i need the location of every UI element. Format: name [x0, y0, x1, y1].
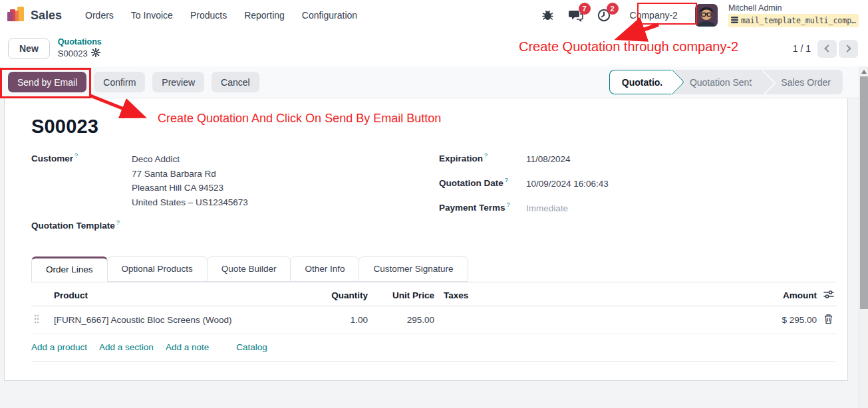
help-icon: ? — [74, 152, 78, 159]
quotation-number-title: S00023 — [31, 116, 835, 138]
cancel-button[interactable]: Cancel — [212, 72, 259, 92]
quotation-sheet: S00023 Customer? Deco Addict 77 Santa Ba… — [4, 98, 848, 381]
company-switcher[interactable]: Company-2 — [623, 7, 684, 23]
help-icon: ? — [507, 201, 510, 208]
pager: 1 / 1 — [793, 40, 858, 58]
add-a-section-link[interactable]: Add a section — [99, 342, 154, 352]
help-icon: ? — [116, 219, 120, 226]
gear-icon[interactable] — [91, 48, 100, 60]
notebook-tabs: Order Lines Optional Products Quote Buil… — [31, 256, 835, 282]
breadcrumb-current: S00023 — [58, 49, 88, 59]
tab-quote-builder[interactable]: Quote Builder — [207, 256, 291, 282]
column-unit-price[interactable]: Unit Price — [370, 284, 437, 306]
expiration-field: Expiration? 11/08/2024 — [439, 152, 835, 167]
tab-order-lines[interactable]: Order Lines — [31, 256, 108, 282]
menu-orders[interactable]: Orders — [76, 0, 122, 31]
vertical-scrollbar[interactable] — [859, 66, 868, 408]
pager-next-button[interactable] — [839, 40, 858, 58]
cell-quantity[interactable]: 1.00 — [311, 306, 370, 334]
customer-value[interactable]: Deco Addict 77 Santa Barbara Rd Pleasant… — [132, 152, 248, 209]
order-line-row[interactable]: [FURN_6667] Acoustic Bloc Screens (Wood)… — [31, 306, 837, 334]
tab-optional-products[interactable]: Optional Products — [107, 256, 208, 282]
new-button[interactable]: New — [8, 38, 50, 59]
send-by-email-button[interactable]: Send by Email — [8, 72, 86, 92]
expiration-value[interactable]: 11/08/2024 — [526, 152, 571, 167]
confirm-button[interactable]: Confirm — [94, 72, 145, 92]
add-a-note-link[interactable]: Add a note — [166, 342, 209, 352]
pager-count: 1 / 1 — [793, 43, 811, 54]
cell-amount[interactable]: $ 295.00 — [537, 306, 819, 334]
control-panel: Send by Email Confirm Preview Cancel Quo… — [0, 66, 868, 98]
database-name: mail_template_multi_comp… — [741, 17, 856, 25]
database-icon — [731, 15, 738, 27]
help-icon: ? — [484, 152, 488, 159]
user-avatar[interactable] — [695, 4, 718, 27]
customer-field: Customer? Deco Addict 77 Santa Barbara R… — [31, 152, 439, 209]
form-view: S00023 Customer? Deco Addict 77 Santa Ba… — [0, 98, 859, 408]
activities-clock-icon[interactable]: 2 — [595, 7, 613, 24]
status-step-quotation-sent[interactable]: Quotation Sent — [672, 70, 764, 94]
app-switcher[interactable]: Sales — [7, 5, 62, 25]
column-amount[interactable]: Amount — [537, 284, 819, 306]
scrollbar-up-arrow[interactable] — [861, 70, 867, 74]
cell-unit-price[interactable]: 295.00 — [370, 306, 437, 334]
quotation-template-label: Quotation Template? — [31, 219, 132, 231]
catalog-link[interactable]: Catalog — [236, 342, 267, 352]
customer-label: Customer? — [31, 152, 132, 209]
expiration-label: Expiration? — [439, 152, 526, 167]
database-indicator: mail_template_multi_comp… — [728, 14, 859, 27]
customer-name[interactable]: Deco Addict — [132, 152, 248, 167]
chevron-left-icon — [824, 45, 831, 52]
top-navbar: Sales Orders To Invoice Products Reporti… — [0, 0, 868, 31]
customer-country: United States – US12345673 — [132, 195, 248, 210]
pager-previous-button[interactable] — [817, 40, 837, 58]
main-menu: Orders To Invoice Products Reporting Con… — [76, 0, 366, 31]
payment-terms-value[interactable]: Immediate — [526, 201, 568, 216]
menu-to-invoice[interactable]: To Invoice — [122, 0, 182, 31]
user-info[interactable]: Mitchell Admin mail_template_multi_comp… — [728, 3, 859, 28]
tab-customer-signature[interactable]: Customer Signature — [359, 256, 468, 282]
chevron-right-icon — [843, 45, 851, 52]
breadcrumb-bar: New Quotations S00023 — [0, 31, 868, 66]
cell-product[interactable]: [FURN_6667] Acoustic Bloc Screens (Wood) — [51, 306, 311, 334]
drag-handle-icon[interactable] — [31, 306, 51, 334]
breadcrumb-quotations-link[interactable]: Quotations — [58, 37, 102, 48]
preview-button[interactable]: Preview — [152, 72, 204, 92]
activities-badge: 2 — [607, 3, 619, 15]
order-lines-header-row: Product Quantity Unit Price Taxes Amount — [31, 284, 837, 306]
help-icon: ? — [505, 177, 508, 183]
add-a-product-link[interactable]: Add a product — [31, 342, 87, 352]
status-step-quotation[interactable]: Quotation — [609, 70, 672, 94]
customer-city: Pleasant Hill CA 94523 — [132, 181, 248, 195]
statusbar: Quotation Quotation Sent Sales Order — [609, 70, 843, 94]
app-name: Sales — [31, 9, 62, 23]
column-product[interactable]: Product — [51, 284, 311, 306]
menu-products[interactable]: Products — [182, 0, 235, 31]
column-taxes[interactable]: Taxes — [437, 284, 537, 306]
tab-other-info[interactable]: Other Info — [290, 256, 359, 282]
menu-configuration[interactable]: Configuration — [293, 0, 366, 31]
order-lines-table: Product Quantity Unit Price Taxes Amount — [31, 284, 837, 334]
order-lines-footer: Add a product Add a section Add a note C… — [31, 334, 835, 361]
cell-taxes[interactable] — [437, 306, 537, 334]
payment-terms-field: Payment Terms? Immediate — [439, 201, 835, 216]
sales-quotation-page: Sales Orders To Invoice Products Reporti… — [0, 0, 868, 408]
delete-row-trash-icon[interactable] — [819, 306, 837, 334]
optional-columns-icon[interactable] — [819, 284, 837, 306]
customer-street: 77 Santa Barbara Rd — [132, 167, 248, 181]
messages-badge: 7 — [579, 3, 591, 15]
quotation-date-value[interactable]: 10/09/2024 16:06:43 — [526, 177, 609, 191]
quotation-template-field: Quotation Template? — [31, 219, 439, 231]
breadcrumb: Quotations S00023 — [58, 37, 102, 60]
menu-reporting[interactable]: Reporting — [235, 0, 293, 31]
column-quantity[interactable]: Quantity — [311, 284, 370, 306]
sales-app-icon — [7, 5, 25, 25]
messages-icon[interactable]: 7 — [567, 7, 585, 24]
quotation-date-label: Quotation Date? — [439, 177, 526, 191]
debug-bug-icon[interactable] — [539, 7, 557, 24]
user-name: Mitchell Admin — [728, 3, 859, 13]
payment-terms-label: Payment Terms? — [439, 201, 526, 216]
quotation-date-field: Quotation Date? 10/09/2024 16:06:43 — [439, 177, 835, 191]
scrollbar-thumb[interactable] — [860, 76, 868, 309]
